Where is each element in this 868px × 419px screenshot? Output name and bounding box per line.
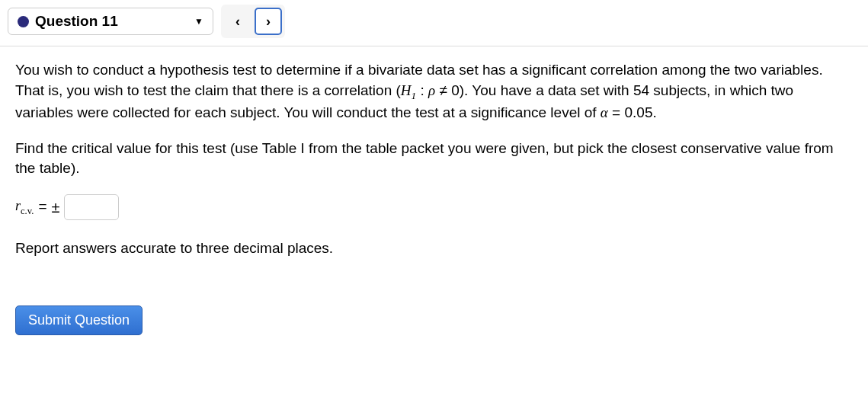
math-eq: = [38,197,46,217]
math-cv-subscript: c.v. [21,205,34,216]
question-nav-bar: Question 11 ▼ ‹ › [0,0,868,46]
plus-minus-icon: ± [52,197,60,218]
submit-question-button[interactable]: Submit Question [15,305,143,335]
math-rho: ρ [428,82,435,98]
question-content: You wish to conduct a hypothesis test to… [0,46,868,287]
chevron-right-icon: › [266,14,271,30]
question-number-label: Question 11 [35,13,118,30]
question-selector-label-group: Question 11 [18,13,118,30]
status-dot-icon [18,16,29,27]
math-zero: 0 [451,82,460,98]
math-h1: H1 [401,82,416,98]
accuracy-instruction: Report answers accurate to three decimal… [15,238,853,259]
math-alpha-value: 0.05 [624,104,652,120]
math-eq: = [608,104,625,120]
text-segment: . [652,104,656,120]
chevron-left-icon: ‹ [235,14,240,30]
math-alpha: α [601,104,608,120]
math-r: r [15,198,21,213]
nav-button-group: ‹ › [221,5,285,38]
problem-statement-para2: Find the critical value for this test (u… [15,139,853,179]
critical-value-input[interactable] [64,194,119,220]
question-selector-dropdown[interactable]: Question 11 ▼ [8,8,213,35]
prev-question-button[interactable]: ‹ [224,8,251,35]
text-segment: : [416,82,428,98]
math-neq: ≠ [435,82,451,98]
chevron-down-icon: ▼ [194,16,203,27]
math-symbol: H [401,82,412,98]
critical-value-label: rc.v. [15,197,34,218]
problem-statement-para1: You wish to conduct a hypothesis test to… [15,60,853,123]
next-question-button[interactable]: › [255,8,282,35]
answer-input-line: rc.v. = ± [15,194,853,220]
